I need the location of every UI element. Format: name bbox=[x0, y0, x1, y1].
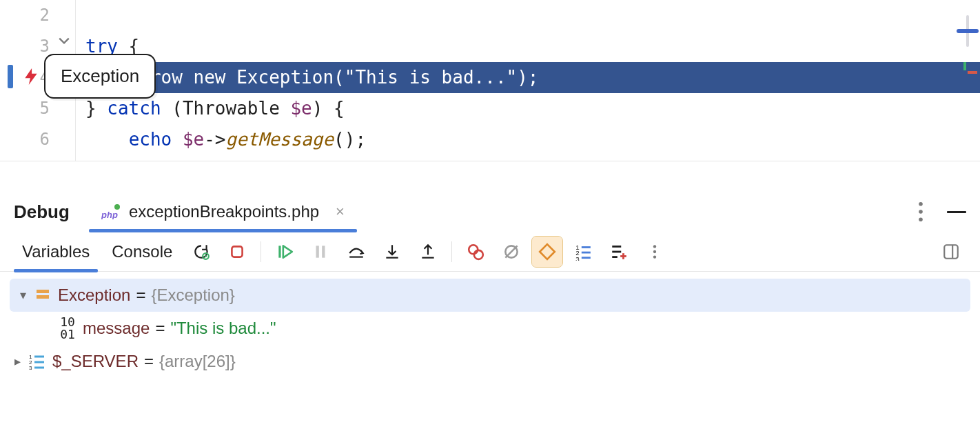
mute-breakpoints-button[interactable] bbox=[496, 237, 527, 267]
tab-variables[interactable]: Variables bbox=[11, 232, 101, 272]
more-toolbar-icon[interactable] bbox=[640, 237, 670, 267]
step-into-button[interactable] bbox=[377, 237, 407, 267]
svg-point-0 bbox=[114, 204, 120, 210]
svg-rect-34 bbox=[944, 245, 958, 259]
svg-rect-10 bbox=[323, 246, 325, 257]
equals-sign: = bbox=[136, 286, 145, 305]
pause-button[interactable] bbox=[305, 237, 336, 267]
step-over-button[interactable] bbox=[341, 237, 371, 267]
variable-row[interactable]: ▸ 123 $_SERVER = {array[26]} bbox=[10, 345, 970, 378]
debug-header: Debug php exceptionBreakpoints.php × bbox=[0, 192, 980, 232]
svg-point-3 bbox=[919, 210, 923, 214]
variable-row[interactable]: 1001 message = "This is bad..." bbox=[10, 312, 970, 345]
svg-rect-9 bbox=[316, 246, 319, 257]
execution-point-marker bbox=[8, 65, 13, 88]
svg-point-17 bbox=[474, 250, 483, 259]
stripe-mark bbox=[963, 62, 966, 70]
svg-point-31 bbox=[653, 245, 656, 248]
debug-session-tab[interactable]: php exceptionBreakpoints.php × bbox=[101, 192, 345, 232]
fold-chevron-icon[interactable] bbox=[58, 34, 70, 47]
svg-point-32 bbox=[653, 250, 656, 252]
error-stripe[interactable] bbox=[963, 62, 977, 74]
debug-toolbar: Variables Console 123 bbox=[0, 232, 980, 272]
equals-sign: = bbox=[155, 319, 165, 338]
svg-rect-37 bbox=[37, 295, 49, 299]
svg-point-2 bbox=[919, 202, 923, 206]
exception-breakpoint-icon[interactable] bbox=[22, 65, 40, 88]
code-line-current[interactable]: throw new Exception("This is bad..."); bbox=[76, 62, 980, 93]
variables-panel[interactable]: ▾ Exception = {Exception} 1001 message =… bbox=[0, 272, 980, 385]
break-on-exceptions-button[interactable] bbox=[532, 237, 562, 267]
debug-tab-label: exceptionBreakpoints.php bbox=[129, 202, 319, 221]
expand-chevron-icon[interactable]: ▾ bbox=[15, 288, 30, 303]
expand-chevron-icon[interactable]: ▸ bbox=[10, 354, 25, 369]
rerun-button[interactable] bbox=[186, 237, 216, 267]
line-number: 6 bbox=[0, 124, 50, 155]
variable-name: Exception bbox=[58, 286, 130, 305]
svg-rect-36 bbox=[37, 290, 49, 293]
svg-rect-7 bbox=[232, 246, 243, 257]
svg-text:3: 3 bbox=[576, 255, 580, 261]
svg-text:php: php bbox=[101, 210, 118, 219]
line-number: 5 bbox=[0, 93, 50, 124]
variable-value: "This is bad..." bbox=[170, 319, 276, 338]
breakpoint-tooltip: Exception bbox=[44, 54, 156, 99]
svg-point-4 bbox=[919, 217, 923, 221]
code-line[interactable]: } catch (Throwable $e) { bbox=[85, 93, 980, 124]
debug-tool-window: Debug php exceptionBreakpoints.php × Var… bbox=[0, 161, 980, 429]
object-icon bbox=[33, 286, 52, 305]
layout-settings-button[interactable] bbox=[936, 237, 966, 267]
add-watch-button[interactable] bbox=[604, 237, 634, 267]
hide-tool-window-icon[interactable] bbox=[947, 211, 966, 213]
tab-console[interactable]: Console bbox=[101, 232, 183, 272]
step-out-button[interactable] bbox=[413, 237, 443, 267]
variable-name: message bbox=[83, 319, 150, 338]
svg-text:3: 3 bbox=[29, 365, 32, 370]
variable-value: {array[26]} bbox=[159, 352, 236, 371]
array-icon: 123 bbox=[28, 352, 47, 371]
code-line[interactable]: echo $e->getMessage(); bbox=[85, 124, 980, 155]
stripe-mark bbox=[968, 71, 977, 74]
svg-point-16 bbox=[469, 245, 478, 254]
php-file-icon: php bbox=[101, 204, 122, 219]
variable-value: {Exception} bbox=[151, 286, 234, 305]
settings-list-button[interactable]: 123 bbox=[568, 237, 598, 267]
code-editor[interactable]: 2 3 4 5 6 try { throw new Exception("Thi… bbox=[0, 0, 980, 161]
svg-point-33 bbox=[653, 255, 656, 258]
variable-name: $_SERVER bbox=[52, 352, 139, 371]
more-options-icon[interactable] bbox=[914, 202, 928, 221]
code-area[interactable]: try { throw new Exception("This is bad..… bbox=[76, 0, 980, 161]
equals-sign: = bbox=[144, 352, 154, 371]
binary-icon: 1001 bbox=[58, 319, 77, 338]
line-number: 2 bbox=[0, 0, 50, 31]
view-breakpoints-button[interactable] bbox=[460, 237, 491, 267]
close-tab-icon[interactable]: × bbox=[336, 203, 345, 221]
svg-rect-8 bbox=[279, 246, 281, 257]
scrollbar-thumb[interactable] bbox=[957, 29, 979, 33]
svg-point-6 bbox=[205, 255, 207, 257]
resume-button[interactable] bbox=[269, 237, 300, 267]
variable-row[interactable]: ▾ Exception = {Exception} bbox=[10, 279, 970, 312]
code-line[interactable]: try { bbox=[85, 31, 980, 62]
debug-title: Debug bbox=[14, 201, 70, 223]
stop-button[interactable] bbox=[222, 237, 252, 267]
line-number: 3 bbox=[0, 31, 50, 62]
